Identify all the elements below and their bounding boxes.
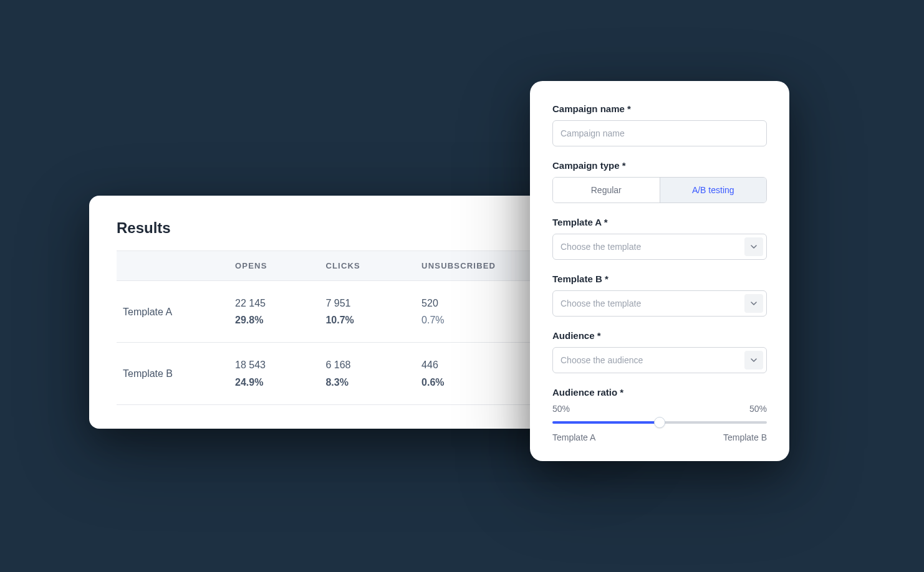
audience-label: Audience * bbox=[552, 330, 767, 341]
audience-ratio-label: Audience ratio * bbox=[552, 387, 767, 398]
cell-clicks-count: 6 168 bbox=[325, 356, 409, 373]
audience-select[interactable]: Choose the audience bbox=[552, 347, 767, 373]
results-title: Results bbox=[117, 219, 592, 237]
template-a-select[interactable]: Choose the template bbox=[552, 234, 767, 260]
campaign-form-card: Campaign name * Campaign type * Regular … bbox=[530, 81, 789, 461]
template-a-label: Template A * bbox=[552, 217, 767, 227]
campaign-name-label: Campaign name * bbox=[552, 103, 767, 114]
campaign-name-input[interactable] bbox=[552, 120, 767, 146]
ratio-right-pct: 50% bbox=[749, 404, 767, 414]
field-audience-ratio: Audience ratio * 50% 50% Template A Temp… bbox=[552, 387, 767, 442]
row-label: Template A bbox=[117, 281, 229, 343]
cell-clicks: 7 951 10.7% bbox=[319, 281, 415, 343]
cell-opens-pct: 29.8% bbox=[235, 312, 313, 328]
field-template-a: Template A * Choose the template bbox=[552, 217, 767, 260]
cell-opens-count: 22 145 bbox=[235, 295, 313, 312]
field-template-b: Template B * Choose the template bbox=[552, 274, 767, 317]
ratio-values: 50% 50% bbox=[552, 404, 767, 414]
cell-clicks-count: 7 951 bbox=[325, 295, 409, 312]
campaign-type-segmented: Regular A/B testing bbox=[552, 177, 767, 203]
field-campaign-type: Campaign type * Regular A/B testing bbox=[552, 160, 767, 203]
campaign-type-regular[interactable]: Regular bbox=[553, 178, 660, 203]
table-header-opens: OPENS bbox=[229, 251, 319, 281]
cell-opens: 22 145 29.8% bbox=[229, 281, 319, 343]
cell-opens-pct: 24.9% bbox=[235, 374, 313, 391]
template-b-select[interactable]: Choose the template bbox=[552, 290, 767, 317]
cell-clicks-pct: 10.7% bbox=[325, 312, 409, 328]
table-header-clicks: CLICKS bbox=[319, 251, 415, 281]
table-header-row: OPENS CLICKS UNSUBSCRIBED bbox=[117, 251, 592, 281]
template-b-label: Template B * bbox=[552, 274, 767, 284]
field-campaign-name: Campaign name * bbox=[552, 103, 767, 146]
field-audience: Audience * Choose the audience bbox=[552, 330, 767, 373]
audience-ratio-slider[interactable] bbox=[552, 417, 767, 427]
slider-fill bbox=[552, 421, 660, 424]
campaign-type-label: Campaign type * bbox=[552, 160, 767, 171]
cell-opens-count: 18 543 bbox=[235, 356, 313, 373]
cell-opens: 18 543 24.9% bbox=[229, 343, 319, 404]
table-row: Template B 18 543 24.9% 6 168 8.3% 446 0… bbox=[117, 343, 592, 404]
row-label: Template B bbox=[117, 343, 229, 404]
ratio-right-label: Template B bbox=[723, 432, 767, 442]
cell-clicks-pct: 8.3% bbox=[325, 374, 409, 391]
ratio-left-label: Template A bbox=[552, 432, 595, 442]
ratio-left-pct: 50% bbox=[552, 404, 570, 414]
table-header-blank bbox=[117, 251, 229, 281]
campaign-type-ab-testing[interactable]: A/B testing bbox=[660, 178, 767, 203]
slider-thumb[interactable] bbox=[654, 417, 665, 428]
ratio-labels: Template A Template B bbox=[552, 432, 767, 442]
cell-clicks: 6 168 8.3% bbox=[319, 343, 415, 404]
table-row: Template A 22 145 29.8% 7 951 10.7% 520 … bbox=[117, 281, 592, 343]
results-table: OPENS CLICKS UNSUBSCRIBED Template A 22 … bbox=[117, 250, 592, 405]
